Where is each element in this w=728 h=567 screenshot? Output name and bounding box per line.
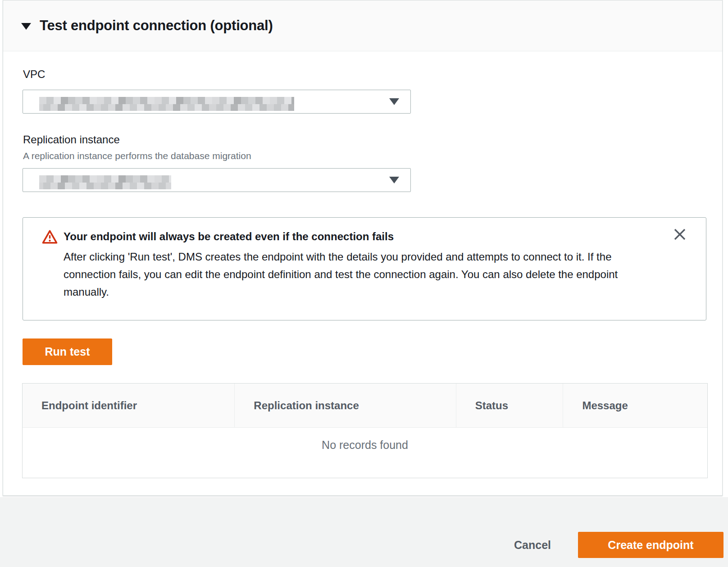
cancel-button[interactable]: Cancel bbox=[514, 539, 551, 552]
column-header-replication-instance: Replication instance bbox=[234, 384, 455, 427]
vpc-label: VPC bbox=[23, 68, 45, 81]
section-title: Test endpoint connection (optional) bbox=[40, 18, 273, 34]
table-header-row: Endpoint identifier Replication instance… bbox=[23, 384, 707, 428]
close-icon[interactable] bbox=[673, 228, 687, 242]
footer-actions: Cancel Create endpoint bbox=[514, 532, 723, 558]
redacted-vpc-value bbox=[39, 97, 294, 111]
warning-alert: Your endpoint will always be created eve… bbox=[23, 217, 706, 320]
select-triangle-icon bbox=[389, 98, 399, 105]
replication-instance-description: A replication instance performs the data… bbox=[23, 151, 251, 161]
column-header-status: Status bbox=[456, 384, 563, 427]
redacted-replication-instance-value bbox=[39, 175, 171, 189]
column-header-message: Message bbox=[563, 384, 707, 427]
select-triangle-icon bbox=[389, 177, 399, 183]
page: Test endpoint connection (optional) VPC … bbox=[0, 0, 728, 567]
collapse-triangle-icon bbox=[21, 23, 31, 30]
empty-table-message: No records found bbox=[23, 428, 707, 478]
connection-results-table: Endpoint identifier Replication instance… bbox=[22, 383, 708, 478]
warning-triangle-icon bbox=[41, 229, 58, 246]
alert-body: After clicking 'Run test', DMS creates t… bbox=[64, 248, 656, 301]
vpc-select[interactable] bbox=[23, 90, 411, 114]
column-header-endpoint-identifier: Endpoint identifier bbox=[23, 384, 234, 427]
replication-instance-select[interactable] bbox=[23, 168, 411, 192]
create-endpoint-button[interactable]: Create endpoint bbox=[578, 532, 723, 558]
test-endpoint-panel: Test endpoint connection (optional) VPC … bbox=[3, 0, 723, 496]
alert-title: Your endpoint will always be created eve… bbox=[64, 230, 394, 243]
footer: Cancel Create endpoint bbox=[0, 497, 728, 567]
run-test-button[interactable]: Run test bbox=[23, 338, 112, 365]
replication-instance-label: Replication instance bbox=[23, 133, 120, 146]
section-header[interactable]: Test endpoint connection (optional) bbox=[3, 0, 722, 51]
